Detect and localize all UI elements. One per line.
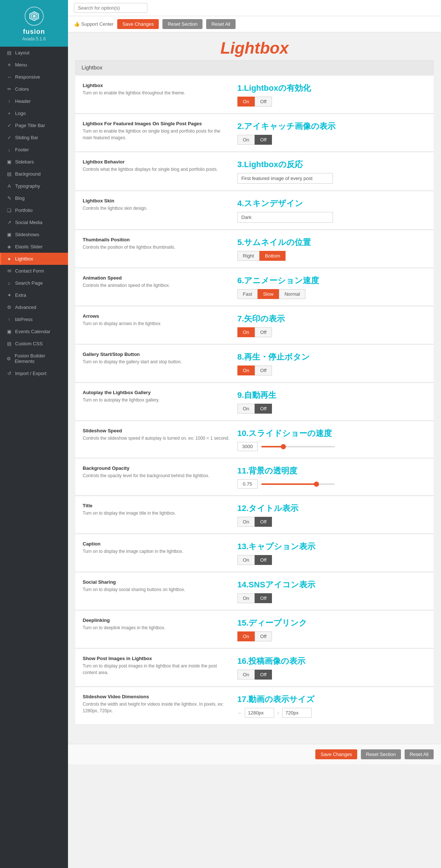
toggle-off-arrows[interactable]: Off [255,327,272,337]
sidebar-item-import-export[interactable]: ↺ Import / Export [0,367,68,379]
select-lightbox-behavior[interactable]: First featured image of every postAll im… [237,173,333,184]
sidebar-item-slideshows[interactable]: ▣ Slideshows [0,228,68,241]
slider-thumb-slideshow-speed[interactable] [281,444,286,449]
height-input-slideshow-video-dims[interactable] [282,708,312,718]
toggle-on-social-sharing[interactable]: On [237,593,255,603]
reset-all-button[interactable]: Reset All [206,19,235,29]
sidebar-item-advanced[interactable]: ⚙ Advanced [0,301,68,313]
toggle-on-gallery-start-stop[interactable]: On [237,365,255,375]
setting-label-social-sharing: Social Sharing [83,579,230,585]
bottom-reset-section-button[interactable]: Reset Section [361,749,401,759]
sidebar-item-sliding-bar[interactable]: ✓ Sliding Bar [0,132,68,144]
sidebar-icon-search-page: ⌕ [6,280,12,286]
setting-row-lightbox-featured: Lightbox For Featured Images On Single P… [75,114,434,152]
toggle-on-caption[interactable]: On [237,555,255,565]
sidebar-item-events-calendar[interactable]: ▣ Events Calendar [0,325,68,338]
toggle-on-lightbox-enable[interactable]: On [237,97,255,107]
setting-control-col-lightbox-behavior: 3.Lightboxの反応 First featured image of ev… [237,159,426,184]
setting-label-title: Title [83,503,230,508]
toggle-off-social-sharing[interactable]: Off [255,593,272,603]
reset-section-button[interactable]: Reset Section [162,19,202,29]
sidebar-item-colors[interactable]: ✏ Colors [0,83,68,95]
toggle-normal-animation-speed[interactable]: Normal [279,289,305,299]
sidebar-icon-extra: ✦ [6,292,12,298]
toggle-off-caption[interactable]: Off [255,555,272,565]
sidebar-item-custom-css[interactable]: ▤ Custom CSS [0,338,68,350]
sidebar-item-social-media[interactable]: ↗ Social Media [0,216,68,228]
sidebar-item-menu[interactable]: ≡ Menu [0,59,68,71]
toggle-on-title[interactable]: On [237,517,255,527]
sidebar-item-fusion-builder[interactable]: ⚙ Fusion Builder Elements [0,350,68,367]
toggle-off-lightbox-enable[interactable]: Off [255,97,272,107]
toggle-fast-animation-speed[interactable]: Fast [237,289,258,299]
sidebar-icon-layout: ▤ [6,50,12,55]
sidebar-item-lightbox[interactable]: ● Lightbox [0,253,68,265]
setting-title-jp-lightbox-enable: 1.Lightboxの有効化 [237,83,426,94]
action-bar: 👍 Support Center Save Changes Reset Sect… [68,16,441,32]
height-icon-slideshow-video-dims: ↕ [277,710,279,716]
setting-desc-slideshow-video-dims: Controls the width and height for videos… [83,701,230,714]
slider-track-background-opacity[interactable] [261,483,335,485]
sidebar-icon-portfolio: ❏ [6,208,12,213]
sidebar-icon-menu: ≡ [6,62,12,68]
sidebar-item-layout[interactable]: ▤ Layout [0,47,68,59]
sidebar-icon-contact-form: ✉ [6,268,12,274]
sidebar-item-responsive[interactable]: ↔ Responsive [0,71,68,83]
sidebar-item-contact-form[interactable]: ✉ Contact Form [0,265,68,277]
width-input-slideshow-video-dims[interactable] [245,708,274,718]
toggle-on-deeplinking[interactable]: On [237,631,255,641]
sidebar-item-background[interactable]: ▤ Background [0,168,68,180]
toggle-on-arrows[interactable]: On [237,327,255,337]
sidebar-item-elastic-slider[interactable]: ◈ Elastic Slider [0,241,68,253]
sidebar-item-portfolio[interactable]: ❏ Portfolio [0,204,68,216]
support-link[interactable]: 👍 Support Center [74,21,114,27]
toggle-slow-animation-speed[interactable]: Slow [258,289,279,299]
slider-value-slideshow-speed[interactable] [237,442,258,451]
slider-track-slideshow-speed[interactable] [261,446,335,447]
bottom-save-button[interactable]: Save Changes [315,749,357,759]
toggle-off-gallery-start-stop[interactable]: Off [255,365,272,375]
setting-control-col-slideshow-speed: 10.スライドショーの速度 [237,428,426,451]
sidebar-item-search-page[interactable]: ⌕ Search Page [0,277,68,289]
sidebar-item-blog[interactable]: ✎ Blog [0,192,68,204]
save-changes-button[interactable]: Save Changes [117,19,159,29]
setting-row-show-post-images: Show Post Images in Lightbox Turn on to … [75,649,434,687]
toggle-bottom-thumbnails-position[interactable]: Bottom [259,251,286,261]
sidebar-item-footer[interactable]: ↓ Footer [0,144,68,156]
sidebar-item-extra[interactable]: ✦ Extra [0,289,68,301]
settings-content: Lightbox Turn on to enable the lightbox … [68,76,441,740]
toggle-on-show-post-images[interactable]: On [237,670,255,680]
setting-label-background-opacity: Background Opacity [83,465,230,471]
bottom-reset-all-button[interactable]: Reset All [405,749,434,759]
setting-label-col-slideshow-speed: Slideshow Speed Controls the slideshow s… [83,428,237,442]
setting-control-col-arrows: 7.矢印の表示 OnOff [237,313,426,337]
sidebar-icon-footer: ↓ [6,147,12,152]
sidebar-item-sidebars[interactable]: ▣ Sidebars [0,156,68,168]
sidebar-label-elastic-slider: Elastic Slider [15,244,43,249]
toggle-group-arrows: OnOff [237,327,426,337]
setting-label-gallery-start-stop: Gallery Start/Stop Button [83,352,230,357]
select-lightbox-skin[interactable]: DarkLight [237,212,333,223]
setting-row-gallery-start-stop: Gallery Start/Stop Button Turn on to dis… [75,345,434,382]
search-input[interactable] [74,3,147,13]
toggle-right-thumbnails-position[interactable]: Right [237,251,259,261]
sidebar-item-header[interactable]: ↑ Header [0,95,68,107]
toggle-off-deeplinking[interactable]: Off [255,631,272,641]
setting-label-lightbox-enable: Lightbox [83,83,230,88]
setting-row-lightbox-skin: Lightbox Skin Controls the lightbox skin… [75,191,434,230]
sidebar-icon-custom-css: ▤ [6,341,12,346]
setting-row-title: Title Turn on to display the image title… [75,496,434,534]
slider-thumb-background-opacity[interactable] [314,482,319,487]
toggle-off-autoplay[interactable]: Off [255,404,272,414]
sidebar-item-page-title-bar[interactable]: ✓ Page Title Bar [0,119,68,132]
toggle-on-autoplay[interactable]: On [237,404,255,414]
toggle-on-lightbox-featured[interactable]: On [237,135,255,145]
slider-value-background-opacity[interactable] [237,479,258,489]
setting-control-col-deeplinking: 15.ディープリンク OnOff [237,617,426,641]
sidebar-item-typography[interactable]: A Typography [0,180,68,192]
sidebar-item-logo[interactable]: + Logo [0,107,68,119]
toggle-off-lightbox-featured[interactable]: Off [255,135,272,145]
toggle-off-show-post-images[interactable]: Off [255,670,272,680]
toggle-off-title[interactable]: Off [255,517,272,527]
sidebar-item-bbpress[interactable]: ↑ bbPress [0,313,68,325]
